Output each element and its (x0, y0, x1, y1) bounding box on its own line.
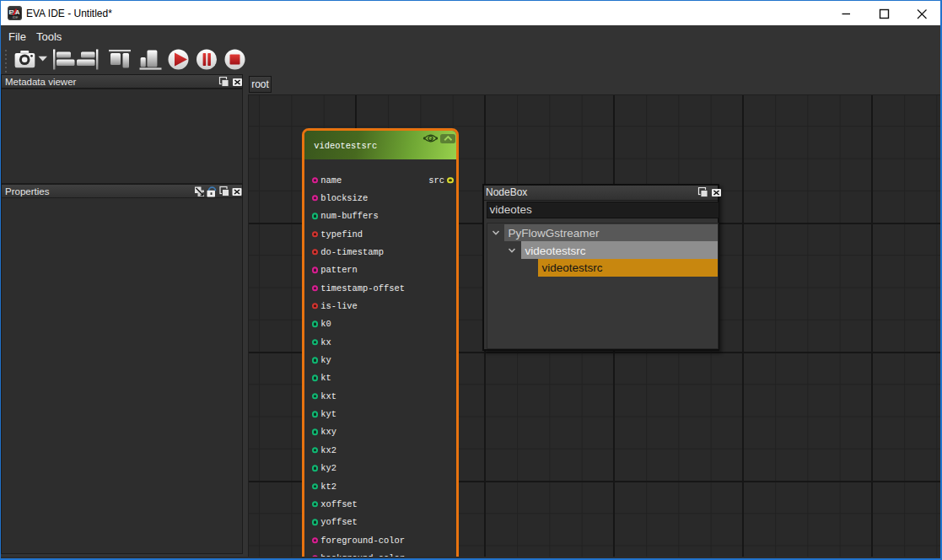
svg-text:IDE: IDE (13, 15, 19, 19)
